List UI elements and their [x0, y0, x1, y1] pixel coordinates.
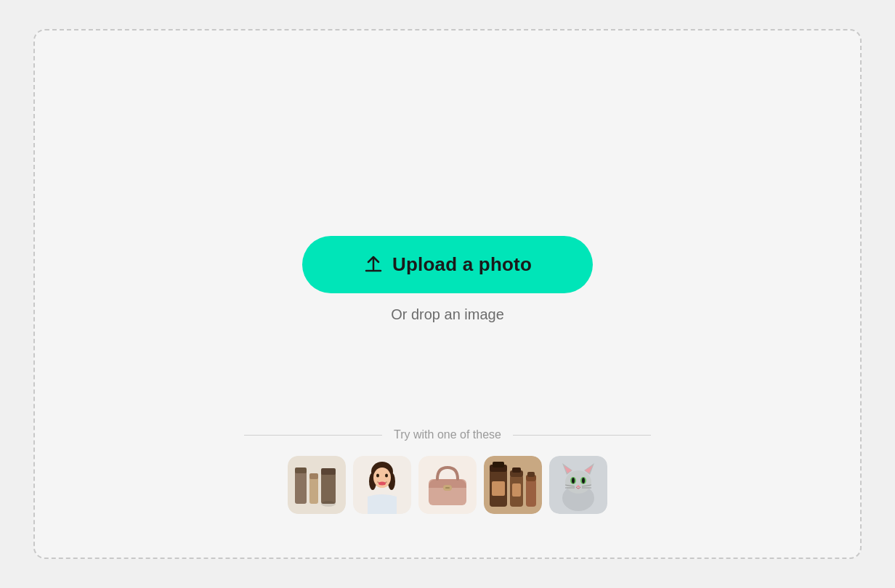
svg-rect-5: [321, 472, 336, 504]
svg-rect-6: [321, 468, 336, 475]
upload-icon: [363, 255, 384, 275]
right-divider: [513, 435, 651, 436]
svg-rect-31: [526, 479, 536, 507]
sample-label-row: Try with one of these: [244, 428, 651, 441]
upload-drop-zone[interactable]: Upload a photo Or drop an image Try with…: [33, 29, 862, 559]
svg-rect-1: [295, 470, 307, 504]
svg-point-43: [572, 478, 575, 483]
sample-label: Try with one of these: [394, 428, 501, 441]
svg-point-16: [378, 482, 386, 486]
svg-rect-29: [512, 467, 521, 473]
svg-rect-26: [492, 481, 505, 496]
svg-rect-3: [309, 476, 318, 504]
sample-section: Try with one of these: [244, 428, 651, 514]
left-divider: [244, 435, 382, 436]
sample-image-woman[interactable]: [353, 456, 411, 514]
upload-button-label: Upload a photo: [392, 253, 532, 276]
upload-section: Upload a photo Or drop an image: [302, 236, 593, 323]
svg-rect-30: [512, 483, 521, 497]
svg-point-7: [321, 501, 336, 507]
sample-image-cat[interactable]: [549, 456, 607, 514]
sample-images-row: [288, 456, 607, 514]
sample-image-bottles[interactable]: [484, 456, 542, 514]
svg-point-36: [565, 470, 591, 494]
svg-rect-21: [445, 487, 450, 489]
svg-rect-33: [527, 472, 535, 477]
sample-image-handbag[interactable]: [418, 456, 477, 514]
upload-photo-button[interactable]: Upload a photo: [302, 236, 593, 293]
sample-image-cosmetics[interactable]: [288, 456, 346, 514]
svg-rect-25: [493, 462, 504, 467]
svg-point-15: [385, 474, 388, 478]
svg-rect-2: [295, 467, 307, 473]
drop-hint-text: Or drop an image: [391, 306, 504, 323]
svg-point-14: [376, 474, 379, 478]
svg-point-44: [582, 478, 585, 483]
svg-rect-4: [309, 473, 318, 479]
